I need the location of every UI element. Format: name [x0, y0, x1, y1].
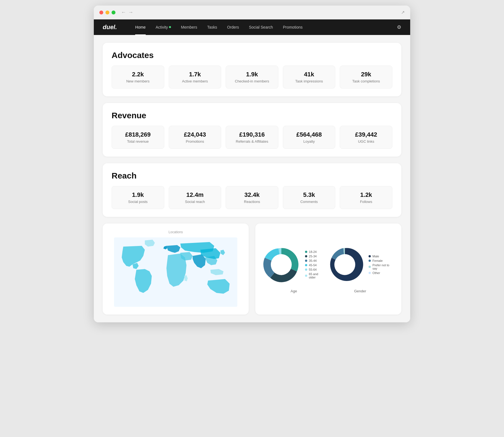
- legend-female: Female: [369, 259, 395, 262]
- stat-label: Checked-in members: [231, 79, 273, 83]
- settings-icon[interactable]: ⚙: [397, 24, 401, 30]
- legend-65-plus: 65 and older: [305, 272, 326, 279]
- stat-ugc-links: £39,442 UGC links: [340, 126, 392, 149]
- stat-comments: 5.3k Comments: [283, 186, 336, 209]
- stat-label: Task completions: [346, 79, 387, 83]
- stat-value: 12.4m: [175, 191, 216, 199]
- nav-activity[interactable]: Activity: [151, 19, 176, 35]
- stat-value: 1.7k: [175, 71, 216, 78]
- stat-label: New members: [117, 79, 158, 83]
- stat-task-completions: 29k Task completions: [340, 66, 392, 89]
- map-container: Locations: [109, 230, 242, 308]
- forward-button[interactable]: →: [128, 9, 133, 15]
- fullscreen-button[interactable]: [112, 11, 115, 14]
- advocates-card: Advocates 2.2k New members 1.7k Active m…: [103, 43, 401, 96]
- legend-label: Other: [372, 271, 380, 275]
- stat-social-reach: 12.4m Social reach: [169, 186, 221, 209]
- legend-18-24: 18-24: [305, 250, 326, 253]
- expand-icon[interactable]: ↗: [401, 10, 405, 15]
- legend-male: Male: [369, 255, 395, 258]
- map-card: Locations: [103, 223, 249, 315]
- gender-legend: Male Female Prefer not to say: [369, 255, 395, 275]
- back-button[interactable]: ←: [121, 9, 126, 15]
- svg-point-1: [271, 254, 292, 275]
- legend-label: Prefer not to say: [372, 263, 395, 270]
- nav-arrows: ← →: [121, 9, 133, 15]
- stat-value: 41k: [289, 71, 330, 78]
- top-nav: duel. Home Activity Members Tasks Orders…: [94, 19, 410, 35]
- stat-label: Reactions: [231, 200, 273, 204]
- gender-donut-chart: [326, 245, 364, 284]
- age-donut-chart: [262, 245, 301, 284]
- minimize-button[interactable]: [105, 11, 109, 14]
- nav-members[interactable]: Members: [176, 19, 202, 35]
- gender-donut-wrapper: Male Female Prefer not to say: [326, 245, 395, 284]
- legend-other: Other: [369, 271, 395, 275]
- nav-orders[interactable]: Orders: [222, 19, 244, 35]
- svg-point-2: [334, 254, 355, 275]
- legend-label: 45-54: [309, 263, 317, 267]
- nav-home[interactable]: Home: [130, 19, 150, 35]
- browser-chrome: ← → ↗: [94, 6, 410, 19]
- stat-checked-in: 1.9k Checked-in members: [226, 66, 278, 89]
- stat-active-members: 1.7k Active members: [169, 66, 221, 89]
- stat-referrals: £190,316 Referrals & Affiliates: [226, 126, 278, 149]
- legend-55-64: 55-64: [305, 268, 326, 271]
- traffic-lights: [99, 11, 115, 14]
- reach-card: Reach 1.9k Social posts 12.4m Social rea…: [103, 163, 401, 217]
- stat-value: 1.2k: [346, 191, 387, 199]
- stat-value: £190,316: [231, 131, 273, 138]
- stat-value: 29k: [346, 71, 387, 78]
- legend-label: 35-44: [309, 259, 317, 262]
- stat-follows: 1.2k Follows: [340, 186, 392, 209]
- stat-social-posts: 1.9k Social posts: [112, 186, 164, 209]
- nav-social-search[interactable]: Social Search: [244, 19, 278, 35]
- browser-window: ← → ↗ duel. Home Activity Members Tasks …: [94, 6, 410, 322]
- stat-label: Promotions: [175, 139, 216, 144]
- demographics-card: 18-24 25-34 35-44: [255, 223, 401, 315]
- revenue-title: Revenue: [112, 111, 392, 120]
- nav-promotions[interactable]: Promotions: [278, 19, 308, 35]
- stat-label: Task impressions: [289, 79, 330, 83]
- stat-label: UGC links: [346, 139, 387, 144]
- main-content: Advocates 2.2k New members 1.7k Active m…: [94, 35, 410, 322]
- stat-label: Follows: [346, 200, 387, 204]
- stat-loyalty: £564,468 Loyalty: [283, 126, 336, 149]
- activity-dot: [169, 26, 171, 28]
- reach-grid: 1.9k Social posts 12.4m Social reach 32.…: [112, 186, 392, 209]
- stat-label: Social posts: [117, 200, 158, 204]
- nav-links: Home Activity Members Tasks Orders Socia…: [130, 19, 397, 35]
- charts-row: Locations: [103, 223, 401, 315]
- stat-label: Total revenue: [117, 139, 158, 144]
- legend-label: Female: [372, 259, 383, 262]
- stat-value: 1.9k: [231, 71, 273, 78]
- age-donut-wrapper: 18-24 25-34 35-44: [262, 245, 326, 284]
- stat-label: Loyalty: [289, 139, 330, 144]
- stat-value: 1.9k: [117, 191, 158, 199]
- gender-chart-label: Gender: [354, 289, 366, 293]
- revenue-grid: £818,269 Total revenue £24,043 Promotion…: [112, 126, 392, 149]
- advocates-title: Advocates: [112, 51, 392, 60]
- logo[interactable]: duel.: [103, 24, 117, 31]
- close-button[interactable]: [99, 11, 103, 14]
- map-title: Locations: [168, 230, 183, 234]
- advocates-grid: 2.2k New members 1.7k Active members 1.9…: [112, 66, 392, 89]
- nav-tasks[interactable]: Tasks: [202, 19, 222, 35]
- legend-label: 25-34: [309, 255, 317, 258]
- stat-value: £564,468: [289, 131, 330, 138]
- stat-promotions-revenue: £24,043 Promotions: [169, 126, 221, 149]
- world-map-icon: [109, 237, 242, 307]
- stat-total-revenue: £818,269 Total revenue: [112, 126, 164, 149]
- stat-value: 5.3k: [289, 191, 330, 199]
- revenue-card: Revenue £818,269 Total revenue £24,043 P…: [103, 103, 401, 157]
- stat-label: Active members: [175, 79, 216, 83]
- reach-title: Reach: [112, 171, 392, 180]
- legend-label: 18-24: [309, 250, 317, 253]
- stat-reactions: 32.4k Reactions: [226, 186, 278, 209]
- stat-new-members: 2.2k New members: [112, 66, 164, 89]
- legend-35-44: 35-44: [305, 259, 326, 262]
- stat-label: Social reach: [175, 200, 216, 204]
- stat-value: 32.4k: [231, 191, 273, 199]
- legend-45-54: 45-54: [305, 263, 326, 267]
- legend-label: Male: [372, 255, 379, 258]
